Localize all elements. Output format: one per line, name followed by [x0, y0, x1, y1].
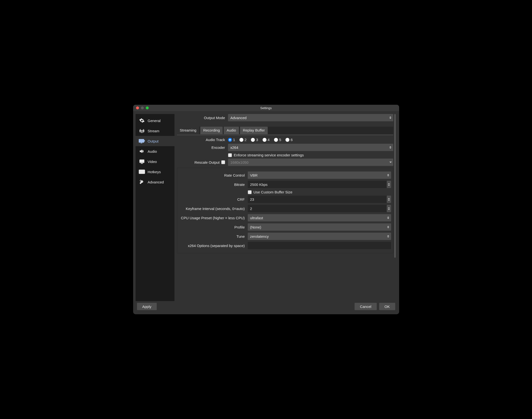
rescale-output-select[interactable]: 1680x1050	[228, 158, 393, 166]
antenna-icon	[138, 128, 145, 133]
spinner-arrows-icon	[387, 205, 391, 212]
rescale-output-label: Rescale Output	[195, 160, 220, 164]
encoder-label: Encoder	[177, 145, 226, 150]
audio-track-5[interactable]: 5	[274, 138, 281, 142]
stepper-arrows-icon	[388, 144, 393, 151]
sidebar-item-label: General	[148, 119, 161, 123]
crf-input[interactable]: 23	[248, 196, 391, 203]
scrollbar-thumb[interactable]	[394, 114, 396, 258]
tabstrip-underline	[177, 135, 393, 135]
tune-select[interactable]: zerolatency	[248, 233, 391, 240]
output-mode-label: Output Mode	[177, 116, 226, 120]
radio-icon	[239, 138, 243, 142]
sidebar-item-general[interactable]: General	[136, 116, 174, 126]
gear-icon	[138, 118, 145, 123]
profile-select[interactable]: (None)	[248, 223, 391, 231]
tune-value: zerolatency	[250, 234, 269, 238]
output-mode-value: Advanced	[231, 116, 247, 120]
sidebar-item-label: Stream	[148, 129, 160, 133]
audio-track-3[interactable]: 3	[251, 138, 258, 142]
tune-label: Tune	[179, 234, 245, 238]
apply-button[interactable]: Apply	[137, 303, 157, 310]
sidebar-item-advanced[interactable]: Advanced	[136, 177, 174, 187]
main-panel: Output Mode Advanced Streaming Recording…	[177, 114, 397, 301]
close-window-button[interactable]	[136, 106, 139, 109]
bitrate-label: Bitrate	[179, 183, 245, 187]
radio-icon	[263, 138, 266, 142]
settings-window: Settings General Stream Output	[133, 105, 399, 314]
profile-label: Profile	[179, 225, 245, 229]
radio-icon	[251, 138, 255, 142]
enforce-settings-checkbox[interactable]: Enforce streaming service encoder settin…	[228, 153, 304, 157]
stepper-arrows-icon	[388, 115, 393, 121]
svg-rect-2	[139, 160, 144, 163]
x264-options-label: x264 Options (separated by space)	[179, 244, 245, 248]
minimize-window-button[interactable]	[141, 106, 144, 109]
radio-icon	[274, 138, 278, 142]
rate-control-value: VBR	[250, 173, 258, 177]
dialog-footer: Apply Cancel OK	[133, 301, 399, 314]
stepper-arrows-icon	[386, 172, 391, 178]
audio-track-2[interactable]: 2	[239, 138, 247, 142]
profile-value: (None)	[250, 225, 261, 229]
sidebar-item-label: Output	[148, 139, 159, 143]
keyboard-icon	[138, 169, 145, 174]
rescale-output-value: 1680x1050	[231, 160, 248, 164]
scrollbar[interactable]	[394, 114, 396, 301]
stepper-arrows-icon	[386, 224, 391, 230]
sidebar-item-audio[interactable]: Audio	[136, 146, 174, 157]
titlebar: Settings	[133, 105, 399, 112]
chevron-down-icon	[389, 162, 392, 163]
x264-options-input[interactable]	[248, 242, 391, 249]
monitor-arrow-icon	[138, 138, 145, 144]
window-controls	[136, 106, 149, 109]
audio-track-6[interactable]: 6	[285, 138, 293, 142]
encoder-value: x264	[231, 145, 238, 150]
tab-recording[interactable]: Recording	[200, 127, 223, 134]
sidebar-item-label: Audio	[148, 149, 157, 154]
tab-replay-buffer[interactable]: Replay Buffer	[240, 127, 268, 134]
spinner-arrows-icon	[387, 196, 391, 203]
rescale-output-checkbox[interactable]	[221, 160, 225, 164]
tab-audio[interactable]: Audio	[224, 127, 239, 134]
encoder-settings-group: Rate Control VBR Bitrate 2500 Kbps	[177, 168, 393, 253]
keyframe-label: Keyframe Interval (seconds, 0=auto)	[179, 207, 245, 211]
tools-icon	[138, 179, 145, 185]
bitrate-input[interactable]: 2500 Kbps	[248, 181, 391, 188]
stepper-arrows-icon	[386, 215, 391, 221]
cancel-button[interactable]: Cancel	[355, 303, 377, 310]
custom-buffer-checkbox[interactable]: Use Custom Buffer Size	[248, 190, 293, 194]
radio-icon	[285, 138, 289, 142]
sidebar-item-output[interactable]: Output	[136, 136, 174, 146]
sidebar-item-stream[interactable]: Stream	[136, 126, 174, 136]
output-tabs: Streaming Recording Audio Replay Buffer	[177, 127, 393, 134]
spinner-arrows-icon	[387, 181, 391, 188]
checkbox-icon	[248, 190, 252, 194]
radio-checked-icon	[228, 138, 232, 142]
audio-track-4[interactable]: 4	[263, 138, 270, 142]
sidebar-item-label: Advanced	[148, 180, 164, 184]
crf-value: 23	[250, 197, 254, 201]
crf-label: CRF	[179, 197, 245, 201]
checkbox-icon	[228, 153, 232, 157]
cpu-preset-select[interactable]: ultrafast	[248, 214, 391, 222]
window-title: Settings	[260, 106, 272, 110]
audio-track-label: Audio Track	[177, 138, 226, 142]
sidebar-item-hotkeys[interactable]: Hotkeys	[136, 167, 174, 177]
sidebar-item-label: Video	[148, 159, 157, 164]
sidebar: General Stream Output Audio	[136, 114, 174, 301]
speaker-icon	[138, 149, 145, 154]
cpu-preset-value: ultrafast	[250, 216, 263, 220]
sidebar-item-label: Hotkeys	[148, 170, 161, 174]
output-mode-select[interactable]: Advanced	[228, 114, 393, 121]
cpu-preset-label: CPU Usage Preset (higher = less CPU)	[179, 216, 245, 220]
sidebar-item-video[interactable]: Video	[136, 157, 174, 167]
audio-track-1[interactable]: 1	[228, 138, 235, 142]
stepper-arrows-icon	[386, 233, 391, 239]
zoom-window-button[interactable]	[146, 106, 149, 109]
tab-streaming[interactable]: Streaming	[177, 127, 199, 134]
rate-control-select[interactable]: VBR	[248, 171, 391, 179]
keyframe-input[interactable]: 2	[248, 205, 391, 212]
ok-button[interactable]: OK	[379, 303, 395, 310]
encoder-select[interactable]: x264	[228, 144, 393, 151]
